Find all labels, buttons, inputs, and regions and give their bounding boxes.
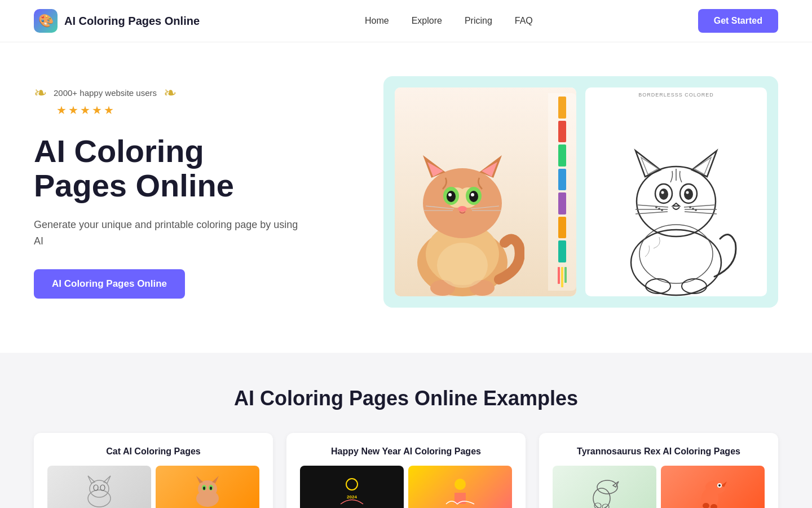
example-thumb-trex-outline — [553, 466, 656, 508]
mini-newyear-svg: 2024 — [335, 473, 369, 509]
svg-marker-52 — [88, 476, 95, 483]
svg-point-81 — [718, 484, 721, 487]
svg-line-47 — [685, 212, 717, 214]
mini-cat-outline-svg — [82, 473, 116, 509]
nav-link-home[interactable]: Home — [365, 16, 389, 26]
mini-trex-outline-svg — [588, 473, 621, 509]
svg-point-35 — [686, 191, 689, 194]
svg-point-14 — [471, 193, 474, 196]
hero-section: ❧ 2000+ happy website users ❧ ★ ★ ★ ★ ★ … — [0, 42, 812, 353]
example-card-trex-title: Tyrannosaurus Rex AI Coloring Pages — [553, 446, 765, 457]
nav-brand[interactable]: 🎨 AI Coloring Pages Online — [34, 9, 200, 33]
star-2-icon: ★ — [68, 103, 78, 117]
svg-point-33 — [684, 189, 693, 200]
get-started-button[interactable]: Get Started — [698, 9, 778, 33]
examples-title: AI Coloring Pages Online Examples — [34, 387, 778, 410]
colored-cat-svg — [400, 121, 524, 296]
svg-marker-59 — [212, 476, 219, 483]
nav-link-explore[interactable]: Explore — [412, 16, 442, 26]
svg-marker-27 — [692, 151, 717, 177]
svg-point-48 — [646, 279, 670, 294]
hero-left: ❧ 2000+ happy website users ❧ ★ ★ ★ ★ ★ … — [34, 85, 304, 299]
svg-point-63 — [210, 487, 212, 490]
svg-point-32 — [659, 189, 668, 200]
svg-point-22 — [437, 243, 488, 288]
hero-title: AI Coloring Pages Online — [34, 134, 304, 203]
example-thumb-newyear-light — [408, 466, 512, 508]
hero-panel-colored: BORDERLESSS COLORED — [395, 87, 576, 296]
examples-grid: Cat AI Coloring Pages — [34, 433, 778, 508]
hero-image: BORDERLESSS COLORED — [383, 76, 778, 308]
svg-point-62 — [203, 487, 205, 490]
nav-link-pricing[interactable]: Pricing — [465, 16, 492, 26]
svg-point-34 — [661, 191, 664, 194]
svg-text:2024: 2024 — [347, 494, 357, 500]
social-proof: ❧ 2000+ happy website users ❧ ★ ★ ★ ★ ★ — [34, 85, 304, 117]
example-card-cat: Cat AI Coloring Pages — [34, 433, 273, 508]
example-thumb-cat-outline — [47, 466, 151, 508]
svg-point-11 — [447, 191, 456, 202]
example-card-cat-title: Cat AI Coloring Pages — [47, 446, 259, 457]
example-thumb-newyear-dark: 2024 — [300, 466, 404, 508]
example-card-cat-images — [47, 466, 259, 508]
svg-point-54 — [94, 485, 98, 491]
star-rating: ★ ★ ★ ★ ★ — [56, 103, 114, 117]
star-5-icon: ★ — [104, 103, 114, 117]
outline-cat-svg — [614, 116, 738, 296]
example-card-trex: Tyrannosaurus Rex AI Coloring Pages — [539, 433, 778, 508]
star-3-icon: ★ — [80, 103, 90, 117]
nav-logo-icon: 🎨 — [34, 9, 58, 33]
nav-brand-text: AI Coloring Pages Online — [64, 15, 200, 28]
svg-point-70 — [597, 480, 617, 494]
navbar: 🎨 AI Coloring Pages Online Home Explore … — [0, 0, 812, 42]
svg-point-49 — [682, 279, 707, 294]
svg-point-55 — [100, 485, 105, 491]
nav-links: Home Explore Pricing FAQ — [365, 16, 533, 26]
social-proof-text: 2000+ happy website users — [54, 88, 157, 98]
examples-section: AI Coloring Pages Online Examples Cat AI… — [0, 353, 812, 508]
laurel-right-icon: ❧ — [164, 85, 176, 101]
svg-point-50 — [88, 490, 111, 507]
hero-subtitle: Generate your unique and printable color… — [34, 217, 304, 249]
star-1-icon: ★ — [56, 103, 67, 117]
svg-point-24 — [639, 225, 713, 283]
mini-newyear2-svg — [443, 473, 477, 509]
hero-cta-button[interactable]: AI Coloring Pages Online — [34, 269, 185, 299]
example-card-newyear: Happy New Year AI Coloring Pages 2024 — [286, 433, 526, 508]
svg-line-42 — [637, 205, 668, 207]
example-card-trex-images — [553, 466, 765, 508]
example-thumb-cat-colored — [156, 466, 259, 508]
example-thumb-trex-colored — [661, 466, 765, 508]
svg-line-44 — [636, 212, 668, 214]
svg-point-13 — [448, 193, 452, 196]
mini-trex-colored-svg — [696, 473, 730, 509]
svg-marker-26 — [636, 151, 660, 177]
example-card-newyear-images: 2024 — [300, 466, 512, 508]
svg-point-15 — [458, 206, 467, 212]
mini-cat-colored-svg — [191, 473, 224, 509]
nav-link-faq[interactable]: FAQ — [515, 16, 533, 26]
svg-point-12 — [469, 191, 478, 202]
svg-point-68 — [454, 479, 466, 490]
hero-panel-outline: BORDERLESSS COLORED — [585, 87, 767, 296]
hero-image-container: BORDERLESSS COLORED — [383, 76, 778, 308]
svg-marker-53 — [104, 476, 111, 483]
star-4-icon: ★ — [92, 103, 102, 117]
svg-marker-58 — [196, 476, 203, 483]
svg-point-72 — [593, 488, 610, 509]
hero-image-label-outline: BORDERLESSS COLORED — [638, 92, 714, 98]
svg-point-57 — [198, 480, 217, 497]
laurel-left-icon: ❧ — [34, 85, 47, 101]
svg-line-45 — [684, 205, 716, 207]
example-card-newyear-title: Happy New Year AI Coloring Pages — [300, 446, 512, 457]
